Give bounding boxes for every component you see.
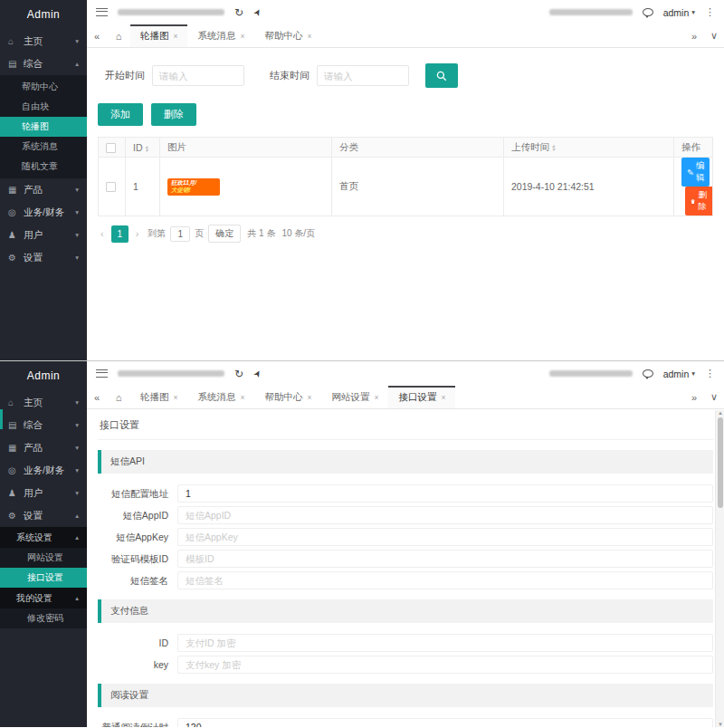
close-icon[interactable]: × <box>240 32 244 41</box>
sidebar-group-system-settings[interactable]: 系统设置 ▴ <box>0 527 87 548</box>
sms-template-id-input[interactable] <box>177 550 713 568</box>
tab-carousel[interactable]: 轮播图 × <box>130 24 187 47</box>
next-page-icon[interactable]: › <box>133 228 142 239</box>
tab-help-center[interactable]: 帮助中心 × <box>254 386 321 408</box>
cursor-icon[interactable]: ➤ <box>251 6 263 18</box>
field-label: key <box>98 656 177 672</box>
box-icon: ▦ <box>8 185 21 195</box>
delete-button[interactable]: 删除 <box>151 103 196 126</box>
sidebar-item-carousel[interactable]: 轮播图 <box>0 117 87 137</box>
add-button[interactable]: 添加 <box>98 103 143 126</box>
sidebar-item-settings[interactable]: ⚙ 设置 ▴ <box>0 504 87 527</box>
collapse-tabs-icon[interactable]: « <box>87 24 107 47</box>
more-tabs-icon[interactable]: » <box>684 386 704 408</box>
carousel-content: 开始时间 结束时间 添加 删除 ID▴▾ 图片 <box>87 48 724 360</box>
sidebar-item-home[interactable]: ⌂ 主页 ▾ <box>0 391 87 414</box>
sidebar-item-help-center[interactable]: 帮助中心 <box>0 77 87 97</box>
message-bubble-icon[interactable] <box>643 369 653 378</box>
normal-reading-countdown-input[interactable] <box>177 718 713 727</box>
confirm-page-button[interactable]: 确定 <box>208 225 241 243</box>
jump-page-input[interactable] <box>170 226 190 242</box>
sidebar-item-website-settings[interactable]: 网站设置 <box>0 548 87 568</box>
home-tab-icon[interactable]: ⌂ <box>107 24 130 47</box>
sidebar-item-settings[interactable]: ⚙ 设置 ▾ <box>0 246 87 269</box>
caret-down-icon: ▾ <box>75 398 79 407</box>
tab-website-settings[interactable]: 网站设置 × <box>321 386 388 408</box>
sidebar-item-business[interactable]: ◎ 业务/财务 ▾ <box>0 459 87 482</box>
sidebar-item-general[interactable]: ▤ 综合 ▴ <box>0 53 87 75</box>
tab-api-settings[interactable]: 接口设置 × <box>388 386 455 408</box>
sidebar-item-products[interactable]: ▦ 产品 ▾ <box>0 436 87 459</box>
cursor-icon[interactable]: ➤ <box>251 368 263 379</box>
more-tabs-icon[interactable]: » <box>684 24 704 47</box>
tab-operations-icon[interactable]: ∨ <box>704 24 724 47</box>
row-checkbox[interactable] <box>106 182 116 192</box>
sidebar-item-change-password[interactable]: 修改密码 <box>0 608 87 628</box>
sidebar-item-products[interactable]: ▦ 产品 ▾ <box>0 178 87 201</box>
sidebar-item-business[interactable]: ◎ 业务/财务 ▾ <box>0 201 87 224</box>
search-icon <box>436 71 447 81</box>
close-icon[interactable]: × <box>240 393 244 402</box>
payment-key-input[interactable] <box>177 656 713 674</box>
home-tab-icon[interactable]: ⌂ <box>107 386 130 408</box>
hamburger-icon[interactable] <box>96 369 108 378</box>
select-all-checkbox[interactable] <box>106 143 116 153</box>
home-icon: ⌂ <box>8 36 21 46</box>
table-toolbar: 添加 删除 <box>98 103 713 126</box>
scroll-down-icon[interactable]: ▼ <box>716 722 724 727</box>
close-icon[interactable]: × <box>174 32 178 41</box>
tab-label: 网站设置 <box>331 391 369 404</box>
close-icon[interactable]: × <box>374 393 378 402</box>
more-options-icon[interactable]: ⋮ <box>705 368 715 379</box>
cell-upload-time: 2019-4-10 21:42:51 <box>504 158 674 216</box>
sidebar-item-system-message[interactable]: 系统消息 <box>0 137 87 157</box>
sidebar-group-my-settings[interactable]: 我的设置 ▴ <box>0 588 87 608</box>
sidebar-item-home[interactable]: ⌂ 主页 ▾ <box>0 30 87 53</box>
sort-icon[interactable]: ▴▾ <box>146 145 148 152</box>
user-menu[interactable]: admin ▾ <box>663 369 695 379</box>
tab-carousel[interactable]: 轮播图 × <box>130 386 187 408</box>
more-options-icon[interactable]: ⋮ <box>705 6 715 18</box>
sidebar-item-users[interactable]: ♟ 用户 ▾ <box>0 224 87 246</box>
sms-appid-input[interactable] <box>177 506 713 524</box>
close-icon[interactable]: × <box>441 393 445 402</box>
close-icon[interactable]: × <box>174 393 178 402</box>
sort-icon[interactable]: ▴▾ <box>552 144 555 151</box>
target-icon: ◎ <box>8 465 21 475</box>
sms-config-url-input[interactable] <box>177 484 713 503</box>
sidebar-item-articles[interactable]: 随机文章 <box>0 157 87 177</box>
sidebar-item-general[interactable]: ▤ 综合 ▾ <box>0 414 87 436</box>
per-page-select[interactable]: 10 条/页 <box>281 227 315 240</box>
end-time-input[interactable] <box>317 65 409 86</box>
tab-system-message[interactable]: 系统消息 × <box>187 386 254 408</box>
row-delete-button[interactable]: 删除 <box>685 187 713 216</box>
close-icon[interactable]: × <box>307 393 311 402</box>
pencil-icon: ✎ <box>687 168 694 177</box>
banner-thumbnail[interactable]: 狂欢11月/大促销! <box>167 178 220 196</box>
user-menu[interactable]: admin ▾ <box>663 7 695 18</box>
refresh-icon[interactable]: ↻ <box>234 7 243 18</box>
vertical-scrollbar[interactable]: ▲ ▼ <box>715 410 724 727</box>
redacted-domain-text <box>549 9 633 15</box>
search-button[interactable] <box>425 63 458 88</box>
sidebar-item-users[interactable]: ♟ 用户 ▾ <box>0 482 87 504</box>
sidebar-item-api-settings[interactable]: 接口设置 <box>0 568 87 588</box>
current-page[interactable]: 1 <box>111 225 129 243</box>
scrollbar-thumb[interactable] <box>718 417 723 508</box>
tab-operations-icon[interactable]: ∨ <box>704 386 724 408</box>
start-time-input[interactable] <box>152 65 244 86</box>
sms-appkey-input[interactable] <box>177 528 713 546</box>
sidebar-item-free-block[interactable]: 自由块 <box>0 97 87 117</box>
payment-id-input[interactable] <box>177 634 713 652</box>
prev-page-icon[interactable]: ‹ <box>98 228 107 239</box>
edit-button[interactable]: ✎编辑 <box>681 158 710 187</box>
collapse-tabs-icon[interactable]: « <box>87 386 107 408</box>
tab-system-message[interactable]: 系统消息 × <box>187 24 254 47</box>
close-icon[interactable]: × <box>307 32 311 41</box>
message-bubble-icon[interactable] <box>643 8 653 16</box>
scroll-up-icon[interactable]: ▲ <box>716 410 724 416</box>
tab-help-center[interactable]: 帮助中心 × <box>254 24 321 47</box>
refresh-icon[interactable]: ↻ <box>234 369 243 379</box>
sms-signature-input[interactable] <box>177 571 713 589</box>
hamburger-icon[interactable] <box>96 8 108 16</box>
